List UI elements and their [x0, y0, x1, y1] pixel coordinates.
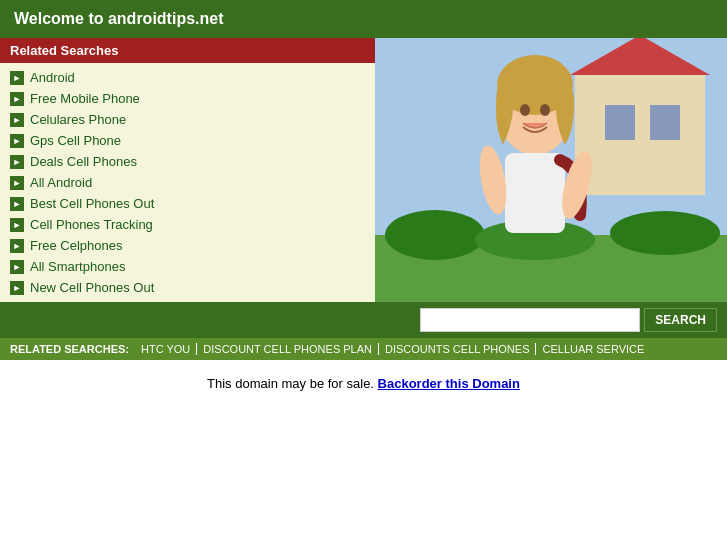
arrow-icon: ► — [10, 92, 24, 106]
search-input[interactable] — [420, 308, 640, 332]
left-column: Related Searches ► Android ► Free Mobile… — [0, 38, 375, 302]
backorder-link[interactable]: Backorder this Domain — [378, 376, 520, 391]
svg-rect-4 — [650, 105, 680, 140]
arrow-icon: ► — [10, 260, 24, 274]
list-item[interactable]: ► Cell Phones Tracking — [0, 214, 375, 235]
list-item[interactable]: ► Deals Cell Phones — [0, 151, 375, 172]
link-label: New Cell Phones Out — [30, 280, 154, 295]
link-label: Android — [30, 70, 75, 85]
links-list: ► Android ► Free Mobile Phone ► Celulare… — [0, 63, 375, 302]
related-bar-label: RELATED SEARCHES: — [10, 343, 129, 355]
arrow-icon: ► — [10, 176, 24, 190]
related-bar-link[interactable]: DISCOUNTS CELL PHONES — [379, 343, 536, 355]
related-searches-header: Related Searches — [0, 38, 375, 63]
search-bar-row: SEARCH — [0, 302, 727, 338]
photo-area — [375, 38, 727, 302]
related-bar-link[interactable]: DISCOUNT CELL PHONES PLAN — [197, 343, 379, 355]
list-item[interactable]: ► Android — [0, 67, 375, 88]
list-item[interactable]: ► Gps Cell Phone — [0, 130, 375, 151]
arrow-icon: ► — [10, 197, 24, 211]
svg-rect-1 — [575, 75, 705, 195]
svg-point-12 — [540, 104, 550, 116]
svg-point-11 — [520, 104, 530, 116]
arrow-icon: ► — [10, 281, 24, 295]
related-bar-link[interactable]: HTC YOU — [135, 343, 197, 355]
search-button[interactable]: SEARCH — [644, 308, 717, 332]
link-label: Cell Phones Tracking — [30, 217, 153, 232]
related-searches-bar: RELATED SEARCHES:HTC YOUDISCOUNT CELL PH… — [0, 338, 727, 360]
link-label: Celulares Phone — [30, 112, 126, 127]
page-header: Welcome to androidtips.net — [0, 0, 727, 38]
arrow-icon: ► — [10, 239, 24, 253]
svg-rect-13 — [505, 153, 565, 233]
link-label: Free Celphones — [30, 238, 123, 253]
header-title: Welcome to androidtips.net — [14, 10, 224, 27]
link-label: All Android — [30, 175, 92, 190]
list-item[interactable]: ► Free Mobile Phone — [0, 88, 375, 109]
arrow-icon: ► — [10, 218, 24, 232]
arrow-icon: ► — [10, 113, 24, 127]
related-bar-link[interactable]: CELLUAR SERVICE — [536, 343, 650, 355]
list-item[interactable]: ► Best Cell Phones Out — [0, 193, 375, 214]
list-item[interactable]: ► All Android — [0, 172, 375, 193]
link-label: All Smartphones — [30, 259, 125, 274]
svg-point-8 — [610, 211, 720, 255]
arrow-icon: ► — [10, 71, 24, 85]
main-content: Related Searches ► Android ► Free Mobile… — [0, 38, 727, 302]
list-item[interactable]: ► Free Celphones — [0, 235, 375, 256]
footer: This domain may be for sale. Backorder t… — [0, 360, 727, 407]
list-item[interactable]: ► New Cell Phones Out — [0, 277, 375, 298]
svg-point-6 — [385, 210, 485, 260]
link-label: Deals Cell Phones — [30, 154, 137, 169]
list-item[interactable]: ► All Smartphones — [0, 256, 375, 277]
arrow-icon: ► — [10, 155, 24, 169]
link-label: Gps Cell Phone — [30, 133, 121, 148]
link-label: Best Cell Phones Out — [30, 196, 154, 211]
list-item[interactable]: ► Celulares Phone — [0, 109, 375, 130]
footer-text: This domain may be for sale. Backorder t… — [207, 376, 520, 391]
arrow-icon: ► — [10, 134, 24, 148]
svg-rect-3 — [605, 105, 635, 140]
link-label: Free Mobile Phone — [30, 91, 140, 106]
